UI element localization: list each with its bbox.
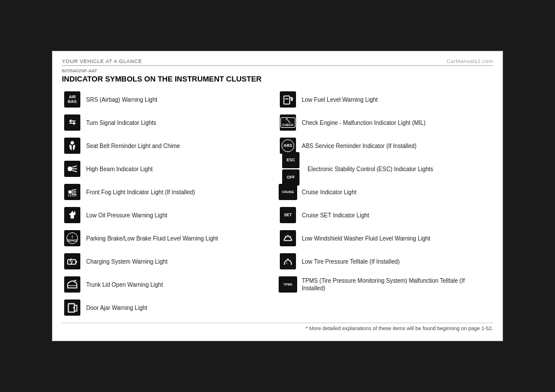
high-beam-label: High Beam Indicator Light xyxy=(86,165,153,173)
cruise-label: Cruise Indicator Light xyxy=(302,188,357,196)
cruise-set-label: Cruise SET Indicator Light xyxy=(302,212,369,219)
esc-icon: ESC OFF xyxy=(279,160,303,178)
abs-label: ABS Service Reminder Indicator (If Insta… xyxy=(302,142,416,150)
esc-label: Electronic Stability Control (ESC) Indic… xyxy=(308,165,433,173)
section-label-text: YOUR VEHICLE AT A GLANCE xyxy=(62,58,142,64)
list-item: Low Oil Pressure Warning Light xyxy=(62,204,278,227)
list-item: ⇆ Turn Signal Indicator Lights xyxy=(62,111,278,134)
list-item: CRUISE Cruise Indicator Light xyxy=(278,180,493,204)
svg-point-20 xyxy=(73,307,74,308)
page-background: YOUR VEHICLE AT A GLANCE CarManuals2.com… xyxy=(0,0,555,392)
svg-rect-21 xyxy=(284,96,290,104)
tire-pressure-icon: ! xyxy=(279,252,297,271)
svg-line-7 xyxy=(72,190,76,190)
cruise-set-icon: SET xyxy=(279,206,297,224)
svg-point-12 xyxy=(73,212,76,215)
svg-point-0 xyxy=(71,141,74,145)
charging-label: Charging System Warning Light xyxy=(86,258,168,265)
fuel-label: Low Fuel Level Warning Light xyxy=(302,96,378,103)
svg-text:!: ! xyxy=(286,261,287,265)
turn-signal-icon: ⇆ xyxy=(63,113,82,132)
list-item: Seat Belt Reminder Light and Chime xyxy=(62,134,278,157)
high-beam-icon xyxy=(63,160,82,178)
airbag-label: SRS (Airbag) Warning Light xyxy=(86,96,157,103)
fog-light-label: Front Fog Light Indicator Light (If Inst… xyxy=(86,188,195,196)
cruise-icon: CRUISE xyxy=(279,183,297,201)
washer-label: Low Windshield Washer Fluid Level Warnin… xyxy=(302,235,430,242)
oil-pressure-icon xyxy=(63,206,82,224)
tpms-label: TPMS (Tire Pressure Monitoring System) M… xyxy=(302,277,490,292)
washer-icon xyxy=(279,229,297,247)
fog-light-icon xyxy=(63,183,82,201)
list-item: AIRBAG SRS (Airbag) Warning Light xyxy=(62,88,278,111)
check-engine-icon: 🔧 CHECK xyxy=(279,113,297,132)
left-column: AIRBAG SRS (Airbag) Warning Light ⇆ Turn… xyxy=(62,88,278,319)
list-item: TPMS TPMS (Tire Pressure Monitoring Syst… xyxy=(278,273,493,296)
list-item: ! BRAKE Parking Brake/Low Brake Fluid Le… xyxy=(62,227,278,250)
list-item: Low Fuel Level Warning Light xyxy=(278,88,493,111)
parking-brake-icon: ! BRAKE xyxy=(63,229,82,247)
list-item: SET Cruise SET Indicator Light xyxy=(278,204,493,227)
list-item: Front Fog Light Indicator Light (If Inst… xyxy=(62,180,278,204)
seatbelt-icon xyxy=(63,136,82,155)
page-title: INDICATOR SYMBOLS ON THE INSTRUMENT CLUS… xyxy=(62,75,493,83)
door-label: Door Ajar Warning Light xyxy=(86,304,147,312)
svg-rect-15 xyxy=(76,261,77,263)
footer-note: * More detailed explanations of these it… xyxy=(62,323,493,331)
parking-brake-label: Parking Brake/Low Brake Fluid Level Warn… xyxy=(86,235,218,242)
list-item: Door Ajar Warning Light xyxy=(62,296,278,319)
tpms-icon: TPMS xyxy=(279,275,297,294)
list-item: ESC OFF Electronic Stability Control (ES… xyxy=(278,157,493,180)
doc-code: B255A02NF-AAT xyxy=(62,68,493,73)
svg-line-9 xyxy=(72,194,76,194)
items-grid: AIRBAG SRS (Airbag) Warning Light ⇆ Turn… xyxy=(62,88,493,319)
seatbelt-label: Seat Belt Reminder Light and Chime xyxy=(86,142,180,150)
list-item: Charging System Warning Light xyxy=(62,250,278,273)
svg-line-5 xyxy=(72,171,77,172)
svg-point-2 xyxy=(68,167,72,171)
right-column: Low Fuel Level Warning Light 🔧 CHECK Che… xyxy=(278,88,493,319)
list-item: High Beam Indicator Light xyxy=(62,157,278,180)
airbag-icon: AIRBAG xyxy=(63,90,82,109)
list-item: ! Low Tire Pressure Telltale (If Install… xyxy=(278,250,493,273)
list-item: ABS ABS Service Reminder Indicator (If I… xyxy=(278,134,493,157)
door-icon xyxy=(63,298,82,317)
list-item: 🔧 CHECK Check Engine - Malfunction Indic… xyxy=(278,111,493,134)
tire-pressure-label: Low Tire Pressure Telltale (If Installed… xyxy=(302,258,399,265)
document-area: YOUR VEHICLE AT A GLANCE CarManuals2.com… xyxy=(52,51,503,341)
trunk-icon xyxy=(63,275,82,294)
fuel-icon xyxy=(279,90,297,109)
check-engine-label: Check Engine - Malfunction Indicator Lig… xyxy=(302,119,426,127)
turn-signal-label: Turn Signal Indicator Lights xyxy=(86,119,156,127)
watermark-text: CarManuals2.com xyxy=(446,58,493,64)
svg-point-6 xyxy=(68,190,72,194)
svg-line-3 xyxy=(72,166,77,167)
oil-pressure-label: Low Oil Pressure Warning Light xyxy=(86,212,167,219)
list-item: Low Windshield Washer Fluid Level Warnin… xyxy=(278,227,493,250)
svg-line-17 xyxy=(71,261,72,264)
trunk-label: Trunk Lid Open Warning Light xyxy=(86,281,163,289)
svg-line-16 xyxy=(70,258,71,262)
charging-icon xyxy=(63,252,82,271)
section-label: YOUR VEHICLE AT A GLANCE CarManuals2.com xyxy=(62,58,493,66)
list-item: Trunk Lid Open Warning Light xyxy=(62,273,278,296)
